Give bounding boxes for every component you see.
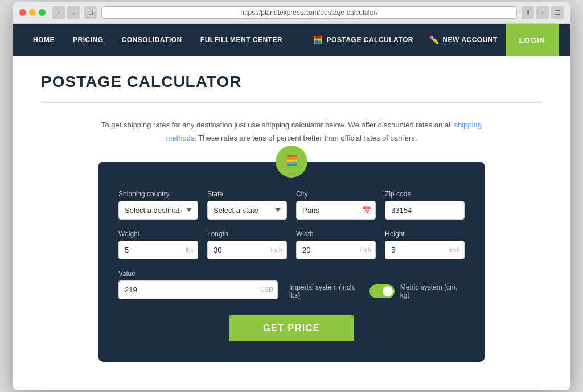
divider (41, 102, 542, 103)
nav-postage-calculator[interactable]: 🧮 POSTAGE CALCULATOR (305, 24, 421, 56)
back-button[interactable]: ‹ (52, 6, 65, 19)
weight-unit: lbs (186, 246, 194, 253)
zipcode-label: Zip code (385, 190, 465, 198)
state-group: State Select a state (207, 190, 287, 220)
form-row-1: Shipping country Select a destination St… (118, 190, 465, 220)
value-label: Value (118, 270, 278, 278)
get-price-button[interactable]: GET PRICE (229, 315, 354, 341)
city-calendar-icon: 📅 (362, 206, 371, 214)
address-bar[interactable]: https://planetexpress.com/postage-calcul… (101, 6, 517, 19)
login-button[interactable]: LOGIN (506, 24, 559, 56)
length-group: Length inch (207, 230, 287, 259)
width-unit: inch (360, 246, 371, 253)
nav-fulfillment-center[interactable]: FULFILLMENT CENTER (191, 24, 292, 56)
minimize-dot[interactable] (29, 9, 36, 16)
share-button[interactable]: ⬆ (522, 6, 534, 19)
unit-toggle[interactable] (369, 284, 395, 298)
value-group: Value USD (118, 270, 278, 299)
state-select[interactable]: Select a state (207, 201, 287, 220)
form-row-2: Weight lbs Length inch (118, 230, 465, 259)
forward-button[interactable]: › (67, 6, 80, 19)
window-controls (19, 9, 46, 16)
value-unit: USD (260, 286, 273, 293)
toggle-knob (383, 286, 393, 296)
reader-button[interactable]: ⊡ (84, 6, 97, 19)
calculator-card: Shipping country Select a destination St… (98, 162, 485, 362)
imperial-label: Imperial system (inch, lbs) (289, 283, 364, 299)
nav-pricing[interactable]: PRICING (64, 24, 113, 56)
nav-consolidation[interactable]: CONSOLIDATION (113, 24, 191, 56)
height-group: Height inch (385, 230, 465, 259)
shipping-country-select[interactable]: Select a destination (118, 201, 198, 220)
shipping-country-group: Shipping country Select a destination (118, 190, 198, 220)
width-group: Width inch (296, 230, 376, 259)
height-label: Height (385, 230, 465, 238)
site-navigation: HOME PRICING CONSOLIDATION FULFILLMENT C… (13, 24, 570, 56)
state-label: State (207, 190, 287, 198)
close-dot[interactable] (19, 9, 26, 16)
weight-group: Weight lbs (118, 230, 198, 259)
city-group: City 📅 (296, 190, 376, 220)
description: To get shipping rates for any destinatio… (98, 119, 485, 144)
sidebar-button[interactable]: ☰ (551, 6, 564, 19)
shipping-country-label: Shipping country (118, 190, 198, 198)
bookmark-button[interactable]: + (536, 6, 549, 19)
metric-label: Metric system (cm, kg) (400, 283, 465, 299)
main-content: POSTAGE CALCULATOR To get shipping rates… (13, 56, 570, 390)
form-row-3: Value USD Imperial system (inch, lbs) Me… (118, 270, 465, 299)
maximize-dot[interactable] (39, 9, 46, 16)
page-title: POSTAGE CALCULATOR (41, 73, 542, 91)
length-unit: inch (271, 246, 282, 253)
height-unit: inch (449, 246, 460, 253)
city-label: City (296, 190, 376, 198)
length-label: Length (207, 230, 287, 238)
value-input[interactable] (118, 280, 278, 299)
nav-new-account[interactable]: ✏️ NEW ACCOUNT (421, 24, 506, 56)
nav-home[interactable]: HOME (24, 24, 64, 56)
zipcode-input[interactable] (385, 201, 465, 220)
calculator-icon: 🧮 (313, 35, 323, 44)
edit-icon: ✏️ (429, 35, 440, 44)
width-label: Width (296, 230, 376, 238)
weight-label: Weight (118, 230, 198, 238)
calculator-card-wrapper: 🧮 Shipping country Select a destination … (98, 162, 485, 362)
unit-toggle-row: Imperial system (inch, lbs) Metric syste… (289, 283, 465, 299)
calculator-icon-badge: 🧮 (276, 146, 307, 178)
zipcode-group: Zip code (385, 190, 465, 220)
